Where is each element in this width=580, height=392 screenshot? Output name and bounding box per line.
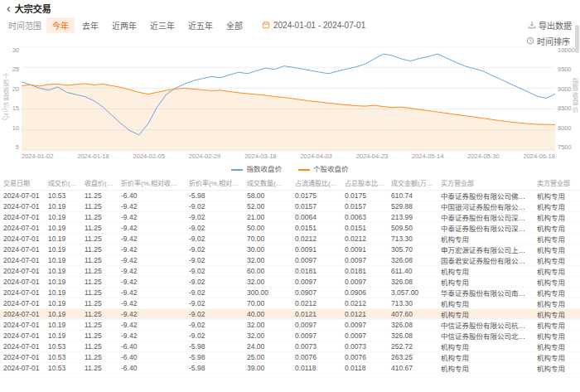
left-axis-title: 个股收盘价(元) <box>1 73 10 121</box>
cell-float-pct: 0.0118 <box>292 362 341 373</box>
cell-float-pct: 0.0097 <box>292 254 341 265</box>
cell-amount: 509.50 <box>388 222 437 233</box>
cell-close: 11.25 <box>81 265 118 276</box>
cell-float-pct: 0.0076 <box>292 351 341 362</box>
range-tab[interactable]: 近五年 <box>182 17 219 33</box>
cell-close: 11.25 <box>81 254 118 265</box>
clock-icon <box>526 36 534 45</box>
cell-total-pct: 0.0212 <box>341 233 388 244</box>
back-icon[interactable]: ‹ <box>7 4 11 12</box>
time-sort-label: 时间排序 <box>537 35 570 47</box>
range-tab[interactable]: 今年 <box>46 17 75 33</box>
export-button[interactable]: 导出数据 <box>528 19 572 31</box>
column-header: 成交金额(万元) <box>388 177 437 190</box>
column-header: 折价率(%,相对前收盘价) <box>186 177 244 190</box>
table-row[interactable]: 2024-07-0110.5311.25-6.40-5.9858.000.017… <box>0 190 580 201</box>
cell-volume: 32.00 <box>244 254 292 265</box>
legend-swatch <box>298 169 310 171</box>
table-row[interactable]: 2024-07-0110.1911.25-9.42-9.0250.000.015… <box>0 222 580 233</box>
cell-total-pct: 0.0121 <box>341 308 388 319</box>
cell-buyer: 中信证券股份有限公司北京... <box>437 330 534 341</box>
cell-amount: 326.08 <box>388 330 437 341</box>
tick-label: 2024-05-30 <box>467 152 499 160</box>
cell-seller: 机构专用 <box>534 244 580 254</box>
range-tab[interactable]: 近两年 <box>106 17 143 33</box>
tick-label: 2024-05-14 <box>412 152 443 160</box>
table-row[interactable]: 2024-07-0110.1911.25-9.42-9.0221.000.006… <box>0 211 580 222</box>
cell-volume: 24.00 <box>244 341 292 351</box>
cell-seller: 机构专用 <box>534 362 580 373</box>
range-tab[interactable]: 去年 <box>76 17 104 33</box>
cell-date: 2024-07-01 <box>0 190 45 201</box>
table-row[interactable]: 2024-07-0110.1911.25-9.42-9.0270.000.021… <box>0 233 580 244</box>
cell-seller: 机构专用 <box>534 351 580 362</box>
cell-price: 10.53 <box>45 351 81 362</box>
cell-seller: 机构专用 <box>534 308 580 319</box>
cell-date: 2024-07-01 <box>0 351 45 362</box>
table-row[interactable]: 2024-07-0110.1911.25-9.42-9.0232.000.009… <box>0 330 580 341</box>
range-tab[interactable]: 全部 <box>220 17 249 33</box>
range-tab[interactable]: 近三年 <box>144 17 181 33</box>
cell-seller: 机构专用 <box>534 330 580 341</box>
cell-buyer: 中信证券股份有限公司杭州... <box>437 319 534 330</box>
cell-volume: 21.00 <box>244 211 292 222</box>
table-row[interactable]: 2024-07-0110.1911.25-9.42-9.02300.000.09… <box>0 287 580 298</box>
cell-discount-prev: -5.98 <box>186 362 244 373</box>
cell-volume: 32.00 <box>244 319 292 330</box>
tick-label: 5 <box>8 143 19 151</box>
scrollbar[interactable] <box>575 25 579 53</box>
cell-date: 2024-07-01 <box>0 211 45 222</box>
cell-date: 2024-07-01 <box>0 341 45 351</box>
table-row[interactable]: 2024-07-0110.5311.25-6.40-5.9824.000.007… <box>0 341 580 351</box>
cell-float-pct: 0.0097 <box>292 330 341 341</box>
table-row[interactable]: 2024-07-0110.1911.25-9.42-9.0230.000.009… <box>0 244 580 254</box>
date-range-value: 2024-01-01 - 2024-07-01 <box>273 21 365 30</box>
legend-item[interactable]: 指数收盘价 <box>231 163 282 173</box>
cell-discount-prev: -9.02 <box>186 244 244 254</box>
cell-discount-close: -9.42 <box>118 308 186 319</box>
table-row[interactable]: 2024-07-0110.1911.25-9.42-9.0240.000.012… <box>0 308 580 319</box>
cell-close: 11.25 <box>81 330 118 341</box>
tick-label: 30 <box>8 46 19 54</box>
table-row[interactable]: 2024-07-0110.1911.25-9.42-9.0260.000.018… <box>0 265 580 276</box>
table-row[interactable]: 2024-07-0110.1911.25-9.42-9.0270.000.021… <box>0 298 580 308</box>
cell-amount: 3,057.00 <box>388 287 437 298</box>
column-header: 收盘价(元) <box>81 177 118 190</box>
cell-price: 10.19 <box>45 287 81 298</box>
block-trade-table: 交易日期成交价(元)收盘价(元)折价率(%,相对收盘价)折价率(%,相对前收盘价… <box>0 177 580 374</box>
tick-label: 8000 <box>558 124 573 132</box>
cell-discount-close: -9.42 <box>118 222 186 233</box>
cell-close: 11.25 <box>81 190 118 201</box>
table-row[interactable]: 2024-07-0110.1911.25-9.42-9.0252.000.015… <box>0 201 580 211</box>
table-row[interactable]: 2024-07-0110.5311.25-6.40-5.9825.000.007… <box>0 351 580 362</box>
cell-date: 2024-07-01 <box>0 233 45 244</box>
cell-discount-close: -6.40 <box>118 341 186 351</box>
cell-buyer: 机构专用 <box>437 276 534 287</box>
legend-item[interactable]: 个股收盘价 <box>298 163 349 173</box>
cell-close: 11.25 <box>81 201 118 211</box>
cell-discount-close: -9.42 <box>118 254 186 265</box>
tick-label: 10 <box>8 124 19 132</box>
cell-discount-close: -9.42 <box>118 244 186 254</box>
cell-discount-close: -6.40 <box>118 190 186 201</box>
date-range-picker[interactable]: 2024-01-01 - 2024-07-01 <box>262 21 365 30</box>
cell-volume: 58.00 <box>244 190 292 201</box>
cell-price: 10.19 <box>45 201 81 211</box>
table-row[interactable]: 2024-07-0110.5311.25-6.40-5.9839.000.011… <box>0 362 580 373</box>
cell-date: 2024-07-01 <box>0 222 45 233</box>
table-row[interactable]: 2024-07-0110.1911.25-9.42-9.0232.000.009… <box>0 276 580 287</box>
table-row[interactable]: 2024-07-0110.1911.25-9.42-9.0232.000.009… <box>0 254 580 265</box>
time-sort-button[interactable]: 时间排序 <box>526 35 570 46</box>
cell-total-pct: 0.0118 <box>341 362 388 373</box>
column-header: 成交数量(万股) <box>244 177 292 190</box>
right-axis-title: 指数收盘价 <box>570 78 579 114</box>
cell-total-pct: 0.0097 <box>341 330 388 341</box>
export-label: 导出数据 <box>539 19 572 31</box>
table-row[interactable]: 2024-07-0110.1911.25-9.42-9.0232.000.009… <box>0 319 580 330</box>
time-range-label: 时间范围 <box>8 19 41 31</box>
tick-label: 10000 <box>558 46 573 54</box>
cell-close: 11.25 <box>81 308 118 319</box>
cell-buyer: 机构专用 <box>437 341 534 351</box>
cell-price: 10.19 <box>45 244 81 254</box>
cell-price: 10.19 <box>45 330 81 341</box>
